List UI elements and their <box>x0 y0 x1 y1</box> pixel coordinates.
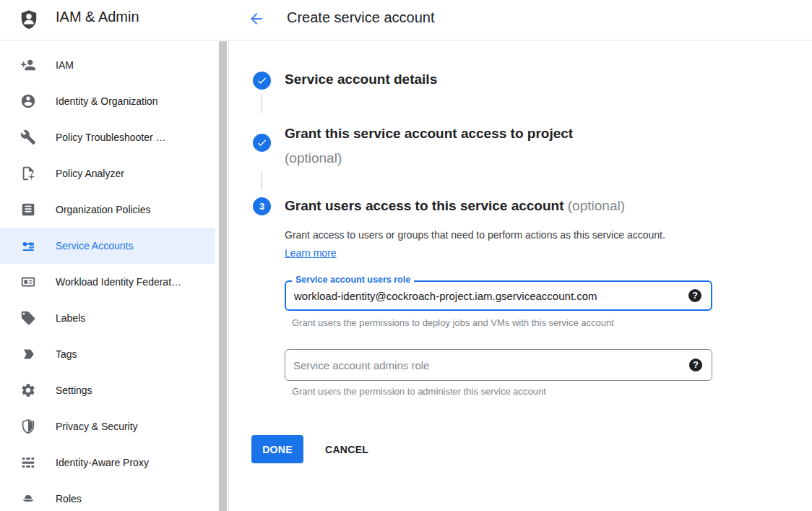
page-title: Create service account <box>287 9 435 26</box>
step2-title: Grant this service account access to pro… <box>285 121 573 171</box>
step3-description: Grant access to users or groups that nee… <box>285 226 691 262</box>
top-header: IAM & Admin Create service account <box>0 0 812 40</box>
id-card-icon <box>20 274 36 290</box>
hat-icon <box>20 491 36 507</box>
sidebar-item-label: Workload Identity Federat… <box>56 276 181 288</box>
sidebar-item-policy-analyzer[interactable]: Policy Analyzer <box>0 155 215 192</box>
action-buttons: DONE CANCEL <box>251 435 368 463</box>
help-icon[interactable]: ? <box>688 289 701 302</box>
back-button[interactable] <box>246 9 267 30</box>
step2-title-text: Grant this service account access to pro… <box>285 126 573 141</box>
users-role-input[interactable] <box>286 282 679 309</box>
list-doc-icon <box>20 202 36 218</box>
sidebar-item-label: Roles <box>56 493 82 504</box>
help-icon[interactable]: ? <box>689 358 702 372</box>
admins-role-field: ? <box>285 349 712 381</box>
users-role-helper-text: Grant users the permissions to deploy jo… <box>292 317 614 328</box>
wrench-icon <box>20 129 36 145</box>
sidebar-item-identity-aware-proxy[interactable]: Identity-Aware Proxy <box>0 445 215 481</box>
sidebar-item-label: Identity-Aware Proxy <box>56 457 149 468</box>
step2-optional-label: (optional) <box>285 146 573 171</box>
done-button[interactable]: DONE <box>251 435 303 463</box>
step3-optional-label: (optional) <box>568 198 625 213</box>
person-add-icon <box>20 57 36 73</box>
sidebar-item-identity-organization[interactable]: Identity & Organization <box>0 83 215 119</box>
proxy-grid-icon <box>20 455 36 471</box>
users-role-field: Service account users role ? <box>285 280 712 311</box>
sidebar-item-privacy-security[interactable]: Privacy & Security <box>0 408 215 445</box>
cancel-button[interactable]: CANCEL <box>325 444 368 455</box>
sidebar-item-iam[interactable]: IAM <box>0 47 215 83</box>
label-tag-icon <box>20 310 36 326</box>
sidebar-divider <box>228 0 229 511</box>
admins-role-helper-text: Grant users the permission to administer… <box>292 386 546 397</box>
sidebar-item-labels[interactable]: Labels <box>0 300 215 336</box>
sidebar-item-label: Policy Troubleshooter … <box>56 132 166 143</box>
learn-more-link[interactable]: Learn more <box>285 247 337 259</box>
step-connector <box>262 95 262 113</box>
sidebar-item-label: IAM <box>56 59 74 71</box>
step-connector <box>262 172 262 189</box>
arrow-back-icon <box>248 19 265 30</box>
sidebar-item-label: Identity & Organization <box>56 95 158 107</box>
gear-icon <box>20 382 36 398</box>
step3-title: Grant users access to this service accou… <box>285 198 625 214</box>
sidebar-item-label: Privacy & Security <box>56 421 138 432</box>
sidebar-item-tags[interactable]: Tags <box>0 336 215 372</box>
sidebar-item-label: Organization Policies <box>56 204 151 215</box>
sidebar-item-workload-identity-federation[interactable]: Workload Identity Federat… <box>0 264 215 300</box>
iam-admin-shield-logo-icon <box>18 8 40 31</box>
account-circle-icon <box>20 93 36 109</box>
admins-role-input[interactable] <box>285 350 680 380</box>
service-account-key-icon <box>20 238 36 254</box>
sidebar-item-label: Labels <box>56 312 85 324</box>
step3-title-text: Grant users access to this service accou… <box>285 198 564 213</box>
app-title: IAM & Admin <box>56 9 139 25</box>
step2-complete-check-icon <box>253 134 271 152</box>
tag-arrow-icon <box>20 346 36 362</box>
doc-gear-icon <box>20 166 36 181</box>
step1-complete-check-icon <box>253 72 271 90</box>
step1-title: Service account details <box>285 72 437 87</box>
sidebar-item-label: Settings <box>56 385 92 396</box>
sidebar-item-settings[interactable]: Settings <box>0 372 215 408</box>
sidebar-item-label: Policy Analyzer <box>56 168 124 179</box>
sidebar-item-roles[interactable]: Roles <box>0 481 215 511</box>
sidebar-item-label: Service Accounts <box>56 240 133 252</box>
sidebar-item-label: Tags <box>56 348 77 360</box>
shield-icon <box>20 418 36 434</box>
sidebar-item-policy-troubleshooter[interactable]: Policy Troubleshooter … <box>0 119 215 155</box>
sidebar-scrollbar[interactable] <box>219 41 227 511</box>
step3-number-badge: 3 <box>253 197 271 215</box>
sidebar-nav: IAM Identity & Organization Policy Troub… <box>0 40 228 511</box>
sidebar-item-organization-policies[interactable]: Organization Policies <box>0 192 215 228</box>
sidebar-item-service-accounts[interactable]: Service Accounts <box>0 228 215 264</box>
